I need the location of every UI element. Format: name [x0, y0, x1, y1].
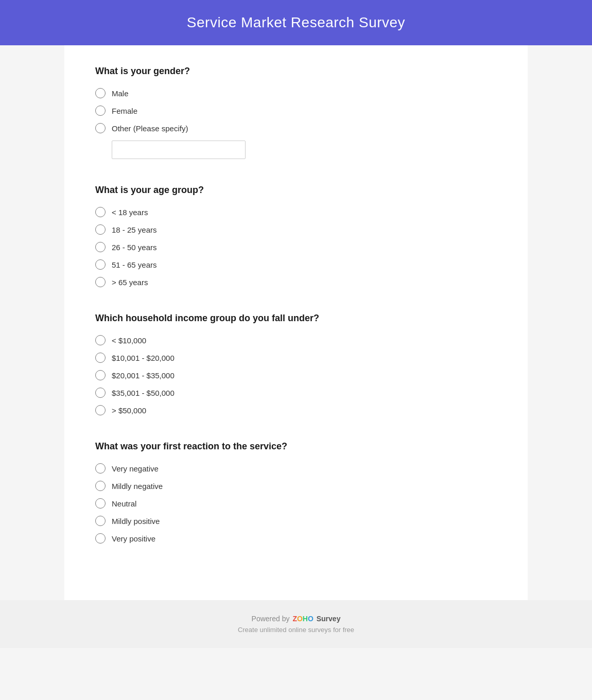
powered-by-text: Powered by	[252, 615, 290, 623]
age-26-50-radio[interactable]	[95, 242, 106, 252]
age-under18-label[interactable]: < 18 years	[112, 208, 148, 217]
income-10k-20k-radio[interactable]	[95, 353, 106, 363]
gender-other-input[interactable]	[112, 141, 246, 159]
reaction-very-positive-radio[interactable]	[95, 533, 106, 544]
zoho-logo: ZOHO	[292, 615, 313, 623]
income-10k-20k-option[interactable]: $10,001 - $20,000	[95, 353, 497, 363]
age-under18-radio[interactable]	[95, 207, 106, 217]
gender-other-option[interactable]: Other (Please specify)	[95, 123, 497, 133]
income-over50k-label[interactable]: > $50,000	[112, 406, 146, 415]
question-reaction: What was your first reaction to the serv…	[95, 441, 497, 544]
income-under10k-option[interactable]: < $10,000	[95, 335, 497, 345]
income-35k-50k-option[interactable]: $35,001 - $50,000	[95, 388, 497, 398]
income-under10k-label[interactable]: < $10,000	[112, 336, 146, 345]
income-20k-35k-radio[interactable]	[95, 370, 106, 380]
question-reaction-title: What was your first reaction to the serv…	[95, 441, 497, 452]
income-20k-35k-label[interactable]: $20,001 - $35,000	[112, 371, 175, 380]
age-18-25-radio[interactable]	[95, 224, 106, 235]
question-age: What is your age group? < 18 years 18 - …	[95, 185, 497, 287]
zoho-o: O	[297, 615, 303, 623]
gender-other-label[interactable]: Other (Please specify)	[112, 124, 188, 133]
age-over65-radio[interactable]	[95, 277, 106, 287]
gender-male-label[interactable]: Male	[112, 89, 129, 98]
main-content: What is your gender? Male Female Other (…	[64, 45, 528, 600]
age-51-65-option[interactable]: 51 - 65 years	[95, 259, 497, 270]
page-footer: Powered by ZOHO Survey Create unlimited …	[0, 600, 592, 648]
income-20k-35k-option[interactable]: $20,001 - $35,000	[95, 370, 497, 380]
zoho-h: H	[303, 615, 308, 623]
age-18-25-label[interactable]: 18 - 25 years	[112, 225, 157, 234]
age-over65-option[interactable]: > 65 years	[95, 277, 497, 287]
age-51-65-radio[interactable]	[95, 259, 106, 270]
income-under10k-radio[interactable]	[95, 335, 106, 345]
footer-tagline: Create unlimited online surveys for free	[0, 626, 592, 634]
reaction-mildly-positive-option[interactable]: Mildly positive	[95, 516, 497, 526]
survey-label: Survey	[317, 615, 341, 623]
reaction-mildly-negative-option[interactable]: Mildly negative	[95, 481, 497, 491]
income-over50k-radio[interactable]	[95, 405, 106, 415]
gender-male-radio[interactable]	[95, 88, 106, 98]
gender-male-option[interactable]: Male	[95, 88, 497, 98]
age-under18-option[interactable]: < 18 years	[95, 207, 497, 217]
reaction-very-positive-label[interactable]: Very positive	[112, 534, 155, 543]
reaction-neutral-radio[interactable]	[95, 498, 106, 509]
income-over50k-option[interactable]: > $50,000	[95, 405, 497, 415]
question-income-title: Which household income group do you fall…	[95, 313, 497, 324]
reaction-mildly-positive-radio[interactable]	[95, 516, 106, 526]
question-age-title: What is your age group?	[95, 185, 497, 196]
gender-female-radio[interactable]	[95, 106, 106, 116]
income-35k-50k-label[interactable]: $35,001 - $50,000	[112, 389, 175, 397]
reaction-mildly-positive-label[interactable]: Mildly positive	[112, 517, 160, 526]
gender-other-radio[interactable]	[95, 123, 106, 133]
gender-other-text-container	[112, 141, 497, 159]
footer-powered-line: Powered by ZOHO Survey	[0, 615, 592, 623]
question-gender: What is your gender? Male Female Other (…	[95, 66, 497, 159]
gender-female-label[interactable]: Female	[112, 107, 137, 115]
gender-female-option[interactable]: Female	[95, 106, 497, 116]
age-over65-label[interactable]: > 65 years	[112, 278, 148, 287]
zoho-o2: O	[308, 615, 314, 623]
reaction-neutral-option[interactable]: Neutral	[95, 498, 497, 509]
reaction-very-negative-option[interactable]: Very negative	[95, 463, 497, 474]
reaction-mildly-negative-label[interactable]: Mildly negative	[112, 482, 163, 491]
reaction-very-negative-radio[interactable]	[95, 463, 106, 474]
reaction-very-negative-label[interactable]: Very negative	[112, 464, 159, 473]
age-26-50-label[interactable]: 26 - 50 years	[112, 243, 157, 252]
question-income: Which household income group do you fall…	[95, 313, 497, 415]
age-26-50-option[interactable]: 26 - 50 years	[95, 242, 497, 252]
income-10k-20k-label[interactable]: $10,001 - $20,000	[112, 354, 175, 362]
age-18-25-option[interactable]: 18 - 25 years	[95, 224, 497, 235]
page-header: Service Market Research Survey	[0, 0, 592, 45]
page-title: Service Market Research Survey	[0, 14, 592, 31]
age-51-65-label[interactable]: 51 - 65 years	[112, 260, 157, 269]
reaction-neutral-label[interactable]: Neutral	[112, 499, 136, 508]
income-35k-50k-radio[interactable]	[95, 388, 106, 398]
reaction-very-positive-option[interactable]: Very positive	[95, 533, 497, 544]
zoho-z: Z	[292, 615, 297, 623]
question-gender-title: What is your gender?	[95, 66, 497, 77]
reaction-mildly-negative-radio[interactable]	[95, 481, 106, 491]
